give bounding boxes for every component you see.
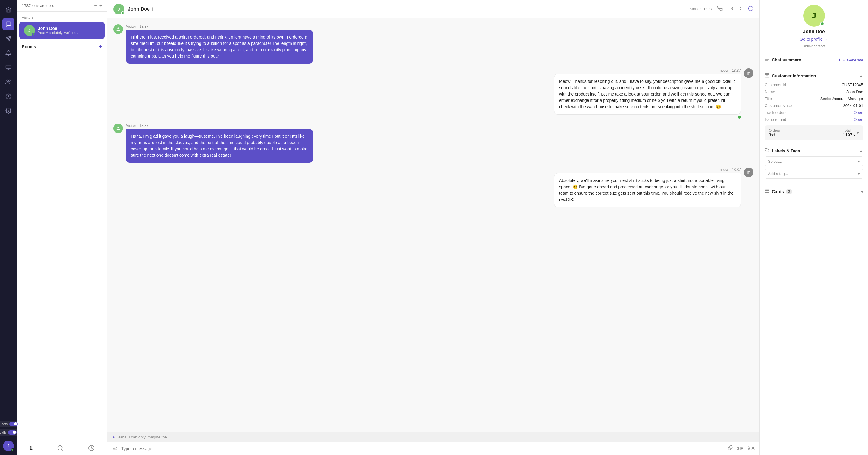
svg-marker-12 — [731, 7, 733, 10]
svg-point-9 — [58, 445, 62, 450]
chats-toggle-switch[interactable] — [9, 422, 18, 426]
generate-ai-icon: ✦ — [838, 58, 841, 62]
john-online-dot — [32, 33, 35, 36]
call-icon[interactable] — [717, 6, 723, 13]
select-chevron: ▾ — [858, 159, 860, 164]
cards-icon — [765, 189, 770, 195]
nav-send-icon[interactable] — [2, 33, 14, 44]
svg-line-10 — [61, 449, 63, 451]
user-avatar[interactable]: J — [3, 441, 14, 451]
add-tag-placeholder: Add a tag... — [768, 171, 788, 176]
chat-main: J John Doe ℹ Started: 13:37 ⋮ — [107, 0, 760, 455]
customer-name-row: Name John Doe — [765, 88, 863, 95]
visitor-avatar-3 — [113, 124, 123, 133]
sender-1: Visitor — [126, 24, 136, 29]
gif-button[interactable]: GIF — [737, 446, 743, 451]
customer-id-row: Customer Id CUST12345 — [765, 82, 863, 88]
chat-summary-section: Chat summary ✦ ✦ Generate — [760, 53, 868, 69]
more-options-icon[interactable]: ⋮ — [738, 6, 743, 12]
svg-rect-30 — [765, 190, 769, 192]
track-orders-link[interactable]: Open — [854, 110, 863, 115]
nav-help-icon[interactable] — [2, 90, 14, 102]
customer-info-icon — [765, 73, 770, 79]
svg-point-20 — [117, 127, 119, 128]
chat-preview-john: You: Absolutely, we'll m... — [38, 31, 100, 35]
nav-history-item[interactable] — [88, 445, 95, 451]
info-icon[interactable]: ℹ — [152, 7, 153, 11]
track-orders-row: Track orders Open — [765, 109, 863, 116]
calls-toggle-label: Calls — [0, 431, 6, 434]
customer-id-value: CUST12345 — [841, 83, 863, 87]
customer-since-row: Customer since 2024-01-01 — [765, 102, 863, 109]
svg-point-8 — [8, 110, 9, 112]
labels-tags-header[interactable]: Labels & Tags ▲ — [765, 148, 863, 154]
cards-chevron[interactable]: ▾ — [861, 189, 863, 194]
orders-box: Orders 3st Total 1197:- ▾ — [765, 125, 863, 140]
nav-contacts-icon[interactable] — [2, 76, 14, 88]
nav-settings-icon[interactable] — [2, 105, 14, 117]
ai-draft-text: Haha, I can only imagine the ... — [117, 435, 171, 439]
header-info-icon[interactable] — [748, 6, 753, 13]
message-meta-1: Visitor 13:37 — [126, 24, 313, 29]
chat-summary-label: Chat summary — [772, 58, 801, 62]
visitors-label: Visitors — [17, 12, 107, 22]
labels-tags-chevron[interactable]: ▲ — [859, 149, 863, 153]
message-meta-3: Visitor 13:37 — [126, 124, 313, 128]
svg-point-17 — [117, 27, 119, 29]
summary-icon — [765, 57, 770, 63]
customer-name-value: John Doe — [846, 90, 863, 94]
cards-count-badge: 2 — [786, 189, 792, 194]
orders-right: Total 1197:- ▾ — [843, 128, 859, 137]
left-navigation: Chats Calls J — [0, 0, 17, 455]
rooms-header: Rooms + — [17, 39, 107, 54]
orders-left: Orders 3st — [769, 128, 780, 137]
minimize-icon[interactable]: − — [94, 3, 97, 8]
timestamp-2: 13:37 — [732, 68, 741, 73]
customer-info-label: Customer Information — [772, 73, 816, 78]
customer-info-chevron[interactable]: ▲ — [859, 73, 863, 78]
chat-summary-header[interactable]: Chat summary ✦ ✦ Generate — [765, 57, 863, 63]
sender-2: meow — [719, 68, 728, 73]
agent-avatar-4: m — [744, 167, 753, 177]
message-input[interactable] — [121, 446, 724, 451]
go-to-profile-link[interactable]: Go to profile → — [800, 37, 828, 41]
emoji-button[interactable]: ☺ — [112, 445, 118, 452]
message-content-2: meow 13:37 Meow! Thanks for reaching out… — [554, 68, 741, 119]
issue-refund-row: Issue refund Open — [765, 116, 863, 123]
timestamp-4: 13:37 — [732, 167, 741, 172]
total-label: Total — [843, 128, 855, 133]
ai-draft-icon: ✦ — [112, 435, 116, 439]
timestamp-3: 13:37 — [139, 124, 148, 128]
add-slot-icon[interactable]: + — [99, 3, 102, 8]
cards-title: Cards 2 — [765, 189, 792, 195]
nav-count-item[interactable]: 1 — [29, 445, 33, 451]
nav-home-icon[interactable] — [2, 4, 14, 16]
customer-info-header[interactable]: Customer Information ▲ — [765, 73, 863, 79]
nav-search-item[interactable] — [57, 445, 64, 451]
total-value: 1197:- — [843, 133, 855, 137]
generate-button[interactable]: ✦ ✦ Generate — [838, 58, 863, 62]
tag-icon — [765, 148, 770, 154]
profile-avatar: J — [803, 5, 825, 27]
issue-refund-link[interactable]: Open — [854, 117, 863, 122]
video-icon[interactable] — [727, 6, 733, 13]
label-select[interactable]: Select... ▾ — [765, 156, 863, 166]
message-delivered-indicator — [738, 116, 741, 119]
nav-bell-icon[interactable] — [2, 47, 14, 59]
add-room-button[interactable]: + — [98, 43, 102, 50]
customer-title-row: Title Senior Account Manager — [765, 95, 863, 102]
chat-input-area: ☺ GIF 文A — [107, 442, 760, 455]
sender-4: meow — [719, 167, 728, 172]
track-orders-label: Track orders — [765, 110, 786, 115]
add-tag-input[interactable]: Add a tag... ▾ — [765, 169, 863, 179]
chat-list-item-john[interactable]: J John Doe You: Absolutely, we'll m... — [19, 22, 104, 39]
attachment-icon[interactable] — [727, 445, 733, 452]
orders-chevron[interactable]: ▾ — [857, 130, 859, 135]
svg-rect-26 — [765, 73, 769, 77]
nav-reports-icon[interactable] — [2, 62, 14, 73]
unlink-contact-link[interactable]: Unlink contact — [803, 44, 825, 48]
translate-icon[interactable]: 文A — [747, 445, 755, 452]
calls-toggle-switch[interactable] — [8, 430, 17, 434]
nav-chat-icon[interactable] — [2, 18, 14, 30]
chat-header: J John Doe ℹ Started: 13:37 ⋮ — [107, 0, 760, 19]
